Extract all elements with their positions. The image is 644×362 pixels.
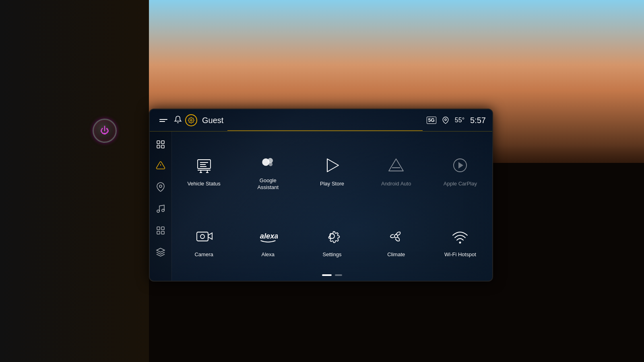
svg-point-9 [157, 210, 159, 212]
alert-icon [156, 160, 165, 170]
svg-point-0 [190, 119, 192, 121]
svg-point-1 [445, 119, 447, 121]
signal-indicator: 5G [427, 117, 436, 124]
music-icon [156, 204, 165, 214]
layers-icon [156, 247, 165, 257]
settings-app-icon [322, 226, 342, 246]
sidebar-navigation [150, 132, 172, 281]
clock-display: 5:57 [470, 116, 486, 125]
header-left: Guest [156, 113, 223, 128]
sidebar-item-location[interactable] [153, 180, 168, 194]
app-camera[interactable]: Camera [172, 206, 236, 277]
screen-header: Guest 5G 55° 5:57 [150, 109, 492, 132]
svg-marker-32 [458, 162, 463, 169]
svg-point-26 [268, 158, 273, 163]
android-auto-icon [386, 156, 406, 175]
power-icon: ⏻ [100, 125, 109, 136]
user-name: Guest [202, 116, 223, 125]
svg-rect-33 [197, 232, 208, 241]
svg-point-8 [159, 185, 162, 187]
settings-label: Settings [323, 251, 342, 258]
sidebar-item-layers[interactable] [153, 245, 168, 259]
header-right: 5G 55° 5:57 [427, 116, 486, 125]
play-store-icon-wrap [321, 154, 343, 177]
sidebar-item-apps[interactable] [153, 223, 168, 238]
grid-icon [156, 226, 165, 235]
wifi-icon [450, 226, 470, 246]
infotainment-screen: Guest 5G 55° 5:57 [149, 109, 493, 282]
page-indicators [172, 274, 492, 276]
sidebar-item-menu[interactable] [153, 136, 168, 151]
svg-rect-13 [157, 231, 160, 234]
app-climate[interactable]: Climate [364, 206, 428, 277]
header-underline [227, 130, 422, 131]
app-play-store[interactable]: Play Store [300, 136, 364, 206]
page-dot-2[interactable] [335, 274, 342, 276]
left-dashboard-panel [0, 0, 149, 362]
google-assistant-label: Google Assistant [257, 177, 279, 191]
app-vehicle-status[interactable]: Vehicle Status [172, 136, 236, 206]
vehicle-status-icon-wrap [193, 154, 215, 177]
sidebar-item-media[interactable] [153, 202, 168, 216]
svg-rect-12 [161, 227, 164, 230]
notification-bell-button[interactable] [174, 115, 182, 125]
camera-icon [194, 226, 214, 246]
vehicle-status-icon [194, 156, 214, 175]
alexa-icon-wrap: alexa [257, 225, 279, 247]
menu-icon [156, 139, 165, 148]
sidebar-item-alert[interactable] [153, 158, 168, 173]
alexa-label: Alexa [262, 251, 275, 258]
svg-marker-34 [208, 233, 212, 239]
google-assistant-icon [258, 152, 278, 172]
app-alexa[interactable]: alexa Alexa [236, 206, 300, 277]
apple-carplay-icon-wrap [449, 154, 471, 177]
app-grid: Vehicle Status Google Assistant [172, 132, 492, 281]
svg-marker-15 [157, 248, 165, 252]
climate-icon [386, 226, 406, 246]
apple-carplay-label: Apple CarPlay [444, 181, 477, 187]
apple-carplay-icon [450, 156, 470, 175]
svg-rect-3 [161, 141, 164, 144]
android-auto-label: Android Auto [381, 181, 411, 187]
play-store-label: Play Store [320, 181, 344, 187]
svg-marker-28 [327, 159, 339, 172]
svg-point-35 [200, 234, 204, 239]
climate-label: Climate [387, 251, 405, 258]
svg-text:alexa: alexa [260, 231, 277, 240]
settings-icon-wrap [321, 225, 343, 247]
android-auto-icon-wrap [385, 154, 407, 177]
settings-profile-button[interactable] [185, 114, 197, 126]
svg-rect-14 [161, 231, 164, 234]
power-button[interactable]: ⏻ [93, 119, 117, 143]
svg-point-10 [162, 209, 164, 212]
app-android-auto[interactable]: Android Auto [364, 136, 428, 206]
hamburger-icon [159, 119, 167, 122]
page-dot-1[interactable] [322, 274, 332, 276]
svg-rect-2 [157, 141, 160, 144]
app-wifi-hotspot[interactable]: Wi-Fi Hotspot [428, 206, 492, 277]
svg-rect-11 [157, 227, 160, 230]
app-apple-carplay[interactable]: Apple CarPlay [428, 136, 492, 206]
climate-icon-wrap [385, 225, 407, 247]
camera-icon-wrap [193, 225, 215, 247]
app-settings[interactable]: Settings [300, 206, 364, 277]
svg-rect-5 [161, 145, 164, 148]
app-google-assistant[interactable]: Google Assistant [236, 136, 300, 206]
wifi-hotspot-label: Wi-Fi Hotspot [444, 251, 476, 258]
map-pin-icon [156, 182, 165, 192]
google-assistant-icon-wrap [257, 151, 279, 173]
svg-rect-16 [198, 160, 211, 169]
svg-marker-29 [389, 159, 403, 171]
svg-rect-4 [157, 145, 160, 148]
temperature-display: 55° [455, 117, 464, 124]
vehicle-status-label: Vehicle Status [187, 181, 220, 187]
bell-icon [174, 115, 182, 123]
menu-toggle-button[interactable] [156, 113, 171, 128]
settings-gear-icon [188, 117, 194, 123]
svg-point-39 [459, 241, 461, 243]
alexa-icon: alexa [258, 226, 278, 246]
camera-label: Camera [194, 251, 213, 258]
svg-point-27 [269, 162, 272, 166]
location-icon [442, 117, 449, 124]
wifi-hotspot-icon-wrap [449, 225, 471, 247]
